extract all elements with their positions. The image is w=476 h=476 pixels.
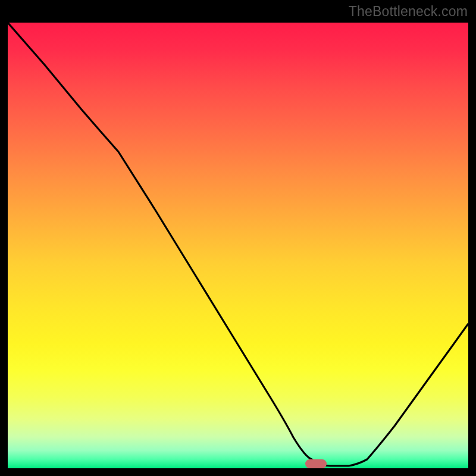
bottleneck-curve <box>8 23 468 466</box>
watermark-text: TheBottleneck.com <box>349 4 468 20</box>
curve-layer <box>8 23 468 468</box>
optimal-point-marker <box>305 459 327 468</box>
plot-area <box>8 23 468 468</box>
chart-frame: TheBottleneck.com <box>0 0 476 476</box>
